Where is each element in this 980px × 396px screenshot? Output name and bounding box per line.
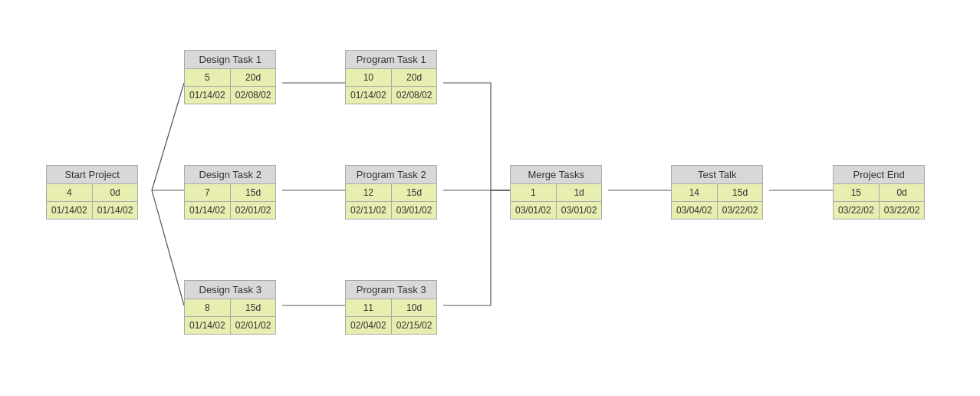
cell-duration-merge: 1d: [557, 184, 602, 201]
data-row2-design3: 01/14/0202/01/02: [185, 317, 275, 334]
task-node-start: Start Project40d01/14/0201/14/02: [46, 165, 138, 219]
task-title-program1: Program Task 1: [346, 51, 436, 69]
data-row2-end: 03/22/0203/22/02: [834, 202, 924, 219]
data-row2-merge: 03/01/0203/01/02: [511, 202, 601, 219]
cell-id-start: 4: [47, 184, 93, 201]
cell-end-design1: 02/08/02: [231, 87, 276, 104]
data-row2-program3: 02/04/0202/15/02: [346, 317, 436, 334]
svg-line-2: [152, 190, 184, 305]
cell-end-start: 01/14/02: [93, 202, 138, 219]
cell-start-design2: 01/14/02: [185, 202, 231, 219]
cell-duration-program1: 20d: [392, 69, 437, 86]
data-row1-start: 40d: [47, 184, 137, 202]
cell-end-merge: 03/01/02: [557, 202, 602, 219]
cell-end-end: 03/22/02: [880, 202, 925, 219]
cell-duration-start: 0d: [93, 184, 138, 201]
cell-start-design3: 01/14/02: [185, 317, 231, 334]
data-row1-design3: 815d: [185, 299, 275, 317]
cell-id-program2: 12: [346, 184, 392, 201]
cell-duration-design2: 15d: [231, 184, 276, 201]
cell-duration-design3: 15d: [231, 299, 276, 316]
data-row2-program2: 02/11/0203/01/02: [346, 202, 436, 219]
cell-start-design1: 01/14/02: [185, 87, 231, 104]
cell-id-test: 14: [672, 184, 718, 201]
cell-duration-design1: 20d: [231, 69, 276, 86]
cell-id-end: 15: [834, 184, 880, 201]
task-node-program2: Program Task 21215d02/11/0203/01/02: [345, 165, 437, 219]
data-row1-end: 150d: [834, 184, 924, 202]
cell-start-program3: 02/04/02: [346, 317, 392, 334]
data-row2-design2: 01/14/0202/01/02: [185, 202, 275, 219]
cell-end-design2: 02/01/02: [231, 202, 276, 219]
data-row1-program2: 1215d: [346, 184, 436, 202]
task-node-merge: Merge Tasks11d03/01/0203/01/02: [510, 165, 602, 219]
cell-duration-test: 15d: [718, 184, 763, 201]
task-node-design1: Design Task 1520d01/14/0202/08/02: [184, 50, 276, 104]
cell-id-merge: 1: [511, 184, 557, 201]
data-row2-start: 01/14/0201/14/02: [47, 202, 137, 219]
data-row1-test: 1415d: [672, 184, 762, 202]
cell-id-design2: 7: [185, 184, 231, 201]
task-node-design2: Design Task 2715d01/14/0202/01/02: [184, 165, 276, 219]
task-title-start: Start Project: [47, 166, 137, 184]
cell-start-end: 03/22/02: [834, 202, 880, 219]
cell-id-program3: 11: [346, 299, 392, 316]
cell-end-design3: 02/01/02: [231, 317, 276, 334]
task-node-test: Test Talk1415d03/04/0203/22/02: [671, 165, 763, 219]
cell-id-program1: 10: [346, 69, 392, 86]
task-title-end: Project End: [834, 166, 924, 184]
cell-start-test: 03/04/02: [672, 202, 718, 219]
task-node-design3: Design Task 3815d01/14/0202/01/02: [184, 280, 276, 335]
cell-end-program2: 03/01/02: [392, 202, 437, 219]
cell-id-design3: 8: [185, 299, 231, 316]
cell-start-program1: 01/14/02: [346, 87, 392, 104]
data-row1-design2: 715d: [185, 184, 275, 202]
task-title-design1: Design Task 1: [185, 51, 275, 69]
data-row2-test: 03/04/0203/22/02: [672, 202, 762, 219]
task-title-program2: Program Task 2: [346, 166, 436, 184]
cell-duration-program2: 15d: [392, 184, 437, 201]
cell-duration-end: 0d: [880, 184, 925, 201]
data-row1-program1: 1020d: [346, 69, 436, 87]
task-title-test: Test Talk: [672, 166, 762, 184]
diagram-container: Start Project40d01/14/0201/14/02Design T…: [0, 0, 980, 396]
cell-end-program3: 02/15/02: [392, 317, 437, 334]
task-title-merge: Merge Tasks: [511, 166, 601, 184]
cell-end-program1: 02/08/02: [392, 87, 437, 104]
cell-start-start: 01/14/02: [47, 202, 93, 219]
cell-duration-program3: 10d: [392, 299, 437, 316]
cell-end-test: 03/22/02: [718, 202, 763, 219]
task-node-program3: Program Task 31110d02/04/0202/15/02: [345, 280, 437, 335]
cell-start-program2: 02/11/02: [346, 202, 392, 219]
data-row2-program1: 01/14/0202/08/02: [346, 87, 436, 104]
task-title-design3: Design Task 3: [185, 281, 275, 299]
cell-id-design1: 5: [185, 69, 231, 86]
task-node-program1: Program Task 11020d01/14/0202/08/02: [345, 50, 437, 104]
task-title-program3: Program Task 3: [346, 281, 436, 299]
data-row1-merge: 11d: [511, 184, 601, 202]
task-node-end: Project End150d03/22/0203/22/02: [833, 165, 925, 219]
data-row1-design1: 520d: [185, 69, 275, 87]
data-row2-design1: 01/14/0202/08/02: [185, 87, 275, 104]
data-row1-program3: 1110d: [346, 299, 436, 317]
svg-line-0: [152, 83, 184, 190]
task-title-design2: Design Task 2: [185, 166, 275, 184]
cell-start-merge: 03/01/02: [511, 202, 557, 219]
